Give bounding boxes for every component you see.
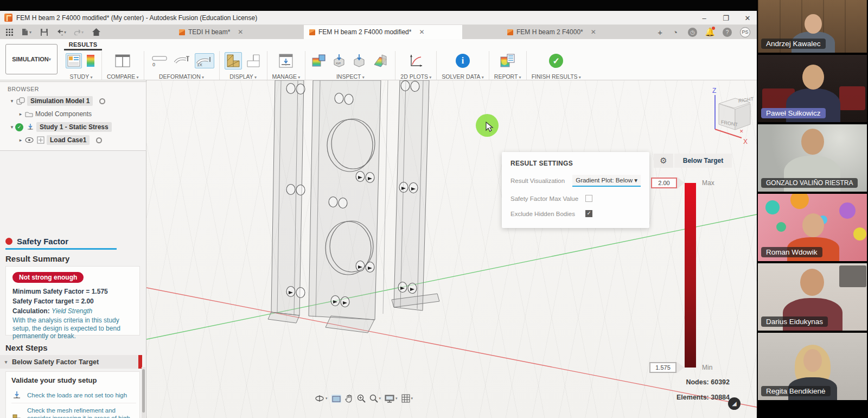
tree-item-study1[interactable]: ▾ ✓ Study 1 - Static Stress	[0, 121, 146, 134]
deformation-none-icon[interactable]: 0	[149, 53, 170, 69]
report-menu[interactable]: REPORT	[494, 73, 521, 80]
tab-tedi-h-beam[interactable]: TEDI H beam* ✕	[174, 25, 248, 39]
participant-name: Darius Eidukynas	[761, 316, 828, 327]
chevron-right-icon[interactable]: ▸	[17, 137, 24, 143]
minimize-button[interactable]: –	[700, 14, 708, 22]
file-menu-icon[interactable]: ▾	[22, 27, 31, 37]
solver-data-icon[interactable]: i	[456, 54, 470, 68]
inspect-result-icon[interactable]	[310, 52, 328, 69]
grid-settings-tool[interactable]: ▾	[401, 394, 413, 403]
zoom-tool[interactable]	[357, 394, 366, 403]
display-settings-tool[interactable]: ▾	[385, 395, 398, 403]
svg-text:X: X	[743, 138, 748, 145]
browser-title: BROWSER	[0, 82, 146, 94]
deformation-menu[interactable]: DEFORMATION	[149, 73, 214, 80]
safety-factor-max-checkbox[interactable]	[585, 195, 592, 202]
participant-tile[interactable]: Regita Bendikienė	[758, 333, 867, 400]
participant-tile[interactable]: Roman Wdowik	[758, 194, 867, 261]
restore-button[interactable]: ❐	[722, 14, 730, 22]
tab-fem-h-beam-modified[interactable]: FEM H beam 2 F4000 modified* ✕	[304, 25, 462, 39]
model-viewport[interactable]: Z X FRONT RIGHT ✕ RESULT SETTINGS	[146, 80, 757, 418]
home-icon[interactable]	[91, 27, 101, 37]
mesh-refine-icon	[11, 414, 22, 418]
pan-tool[interactable]	[345, 394, 353, 403]
chevron-down-icon[interactable]: ▾	[9, 124, 15, 130]
orbit-tool[interactable]: ▾	[315, 394, 328, 403]
participant-tile[interactable]: Darius Eidukynas	[758, 263, 867, 331]
tab-fem-h-beam[interactable]: FEM H beam 2 F4000* ✕	[502, 25, 602, 39]
workspace-selector[interactable]: SIMULATION	[5, 44, 58, 74]
plots-menu[interactable]: 2D PLOTS	[400, 73, 431, 80]
user-avatar[interactable]: PS	[740, 27, 750, 37]
new-tab-button[interactable]: +	[658, 28, 662, 37]
chevron-right-icon[interactable]: ▸	[17, 111, 24, 117]
chevron-down-icon[interactable]: ▾	[0, 359, 12, 365]
eye-icon[interactable]	[25, 137, 34, 143]
exclude-hidden-checkbox[interactable]	[585, 210, 592, 217]
tree-item-model-components[interactable]: ▸ Model Components	[0, 107, 146, 121]
display-menu[interactable]: DISPLAY	[225, 73, 262, 80]
redo-icon[interactable]: ▾	[74, 27, 84, 37]
app-grid-icon[interactable]	[4, 27, 14, 37]
ribbon-toolbar: SIMULATION RESULTS STUDY	[0, 39, 757, 80]
next-step-item[interactable]: Check the loads are not set too high	[11, 388, 136, 403]
mesh-off-icon[interactable]	[245, 52, 262, 69]
compare-icon[interactable]	[113, 53, 132, 69]
finish-results-menu[interactable]: FINISH RESULTS	[532, 73, 581, 80]
deformation-actual-icon[interactable]	[173, 53, 192, 68]
fusion-file-icon	[507, 29, 513, 35]
extensions-icon[interactable]: ◔	[671, 28, 680, 37]
chevron-down-icon[interactable]: ▾	[9, 98, 15, 104]
participant-tile[interactable]: Paweł Sułkowicz	[758, 55, 867, 122]
ribbon-tab-results[interactable]: RESULTS	[64, 41, 102, 50]
next-steps-heading: Next Steps	[5, 343, 48, 352]
legend-min-value[interactable]: 1.575	[649, 362, 676, 373]
slice-plane-icon[interactable]	[371, 52, 390, 69]
fit-tool[interactable]: ▾	[369, 394, 381, 403]
manage-menu[interactable]: MANAGE	[272, 73, 301, 80]
next-steps-group-row[interactable]: ▾ Below Safety Factor Target	[0, 355, 142, 369]
inspect-menu[interactable]: INSPECT	[310, 73, 390, 80]
result-settings-dialog[interactable]: RESULT SETTINGS Result Visualization Gra…	[502, 152, 649, 228]
meeting-overlay-icon[interactable]: ◢	[728, 397, 741, 410]
solver-data-menu[interactable]: SOLVER DATA	[442, 73, 483, 80]
result-summary-card: Not strong enough Minimum Safety Factor …	[5, 266, 140, 335]
notification-dot	[712, 27, 715, 30]
compare-menu[interactable]: COMPARE	[107, 73, 139, 80]
tab-close-icon[interactable]: ✕	[419, 28, 424, 36]
manage-icon[interactable]	[277, 52, 295, 69]
probe-xyz-icon[interactable]: xyz	[330, 52, 348, 70]
look-at-tool[interactable]	[331, 395, 341, 403]
plot-icon[interactable]	[407, 52, 425, 69]
scrollbar-thumb[interactable]	[142, 369, 145, 413]
next-step-item[interactable]: Check the mesh refinement and consider i…	[11, 403, 136, 418]
ribbon-group-report: REPORT	[489, 51, 527, 80]
visibility-radio[interactable]	[96, 137, 102, 143]
panel-scrollbar[interactable]	[142, 367, 145, 418]
legend-colors-icon[interactable]	[85, 53, 97, 69]
ribbon-group-display: DISPLAY	[220, 51, 267, 80]
tab-close-icon[interactable]: ✕	[238, 28, 243, 36]
report-icon[interactable]	[499, 52, 517, 69]
tree-item-simulation-model[interactable]: ▾ Simulation Model 1	[0, 94, 146, 107]
participant-tile[interactable]: GONZALO VALIÑO RIESTRA	[758, 124, 867, 192]
undo-icon[interactable]: ▾	[56, 27, 66, 37]
legend-max-value[interactable]: 2.00	[651, 178, 677, 188]
probe-icon[interactable]	[350, 52, 368, 70]
notifications-bell-icon[interactable]: 🔔	[705, 28, 714, 37]
study-details-icon[interactable]	[66, 53, 82, 68]
job-status-icon[interactable]: ◷	[688, 28, 697, 37]
help-icon[interactable]: ?	[723, 28, 732, 37]
deformation-scaled-icon[interactable]: 1X	[195, 53, 214, 68]
tab-close-icon[interactable]: ✕	[591, 28, 596, 36]
result-visualization-dropdown[interactable]: Gradient Plot: Below ▾	[572, 175, 641, 187]
finish-results-icon[interactable]: ✓	[549, 54, 563, 68]
participant-tile[interactable]: Andrzej Kawalec	[758, 0, 867, 53]
visibility-radio[interactable]	[99, 98, 105, 104]
study-menu[interactable]: STUDY	[66, 73, 97, 80]
close-button[interactable]: ✕	[744, 14, 751, 22]
legend-settings-button[interactable]: ⚙	[654, 154, 673, 168]
tree-item-load-case1[interactable]: ▸ Load Case1	[0, 134, 146, 147]
mesh-display-icon[interactable]	[225, 52, 242, 69]
save-icon[interactable]	[39, 27, 49, 37]
